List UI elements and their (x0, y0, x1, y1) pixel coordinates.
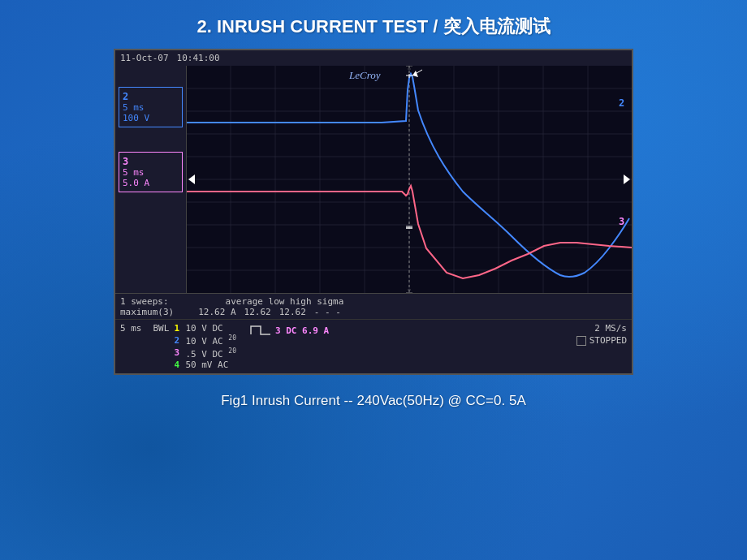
scope-right-info: 2 MS/s STOPPED (576, 323, 627, 346)
page-wrapper: 2. INRUSH CURRENT TEST / 突入电流测试 11-Oct-0… (0, 0, 747, 560)
page-title: 2. INRUSH CURRENT TEST / 突入电流测试 (196, 0, 550, 49)
trigger-box (576, 336, 586, 346)
list-item: 3 .5 V DC 20 (174, 347, 236, 360)
low-value: 12.62 (244, 307, 271, 317)
sample-rate: 2 MS/s (594, 323, 627, 334)
ch2-info: 2 5 ms 100 V (119, 87, 183, 127)
fig-caption: Fig1 Inrush Current -- 240Vac(50Hz) @ CC… (221, 393, 526, 409)
trigger-label: 3 DC 6.9 A (275, 325, 329, 336)
ch3-label: 3 (123, 156, 179, 167)
scope-date: 11-Oct-07 (120, 53, 169, 63)
ch2-label: 2 (123, 91, 179, 102)
ch2-scale: 100 V (123, 113, 179, 123)
ch1-num: 1 (174, 323, 182, 334)
ch1-detail: 10 V DC (185, 323, 222, 334)
avg-value: 12.62 A (198, 307, 235, 317)
ch2-timebase: 5 ms (123, 102, 179, 113)
ch2-detail: 10 V AC 20 (185, 334, 236, 347)
scope-top-bar: 11-Oct-07 10:41:00 (115, 50, 632, 66)
list-item: 4 50 mV AC (174, 360, 236, 370)
oscilloscope: 11-Oct-07 10:41:00 2 5 ms 100 V 3 5 ms 5 (114, 49, 633, 375)
ch3-info: 3 5 ms 5.0 A (119, 152, 183, 192)
svg-text:2: 2 (619, 97, 624, 109)
trigger-symbol: 3 DC 6.9 A (249, 323, 329, 338)
waveform-svg: LeCroy (187, 66, 632, 293)
scope-stats: 1 sweeps: average low high sigma maximum… (115, 293, 632, 319)
sigma-value: - - - (314, 307, 341, 317)
trigger-status: STOPPED (576, 335, 627, 346)
list-item: 1 10 V DC (174, 323, 236, 334)
ch3-scale: 5.0 A (123, 178, 179, 188)
high-value: 12.62 (279, 307, 306, 317)
scope-grid-area: LeCroy (186, 66, 632, 293)
stats-cols: average low high sigma (226, 296, 344, 307)
ch2-num: 2 (174, 335, 182, 346)
timebase-label: 5 ms (120, 323, 142, 334)
stats-row2: maximum(3) 12.62 A 12.62 12.62 - - - (120, 307, 627, 317)
trigger-icon (249, 323, 272, 338)
ch4-num: 4 (174, 360, 182, 370)
scope-time: 10:41:00 (177, 53, 220, 63)
measurement-label: maximum(3) (120, 307, 174, 317)
ch3-timebase: 5 ms (123, 167, 179, 178)
channel-list: 1 10 V DC 2 10 V AC 20 3 .5 V DC 20 4 50… (174, 323, 236, 370)
list-item: 2 10 V AC 20 (174, 334, 236, 347)
scope-left-panel: 2 5 ms 100 V 3 5 ms 5.0 A (115, 66, 186, 293)
stats-row1: 1 sweeps: average low high sigma (120, 296, 627, 307)
scope-main: 2 5 ms 100 V 3 5 ms 5.0 A LeCr (115, 66, 632, 293)
sweeps-label: 1 sweeps: (120, 296, 169, 307)
scope-bottom-bar: 5 ms BWL 1 10 V DC 2 10 V AC 20 3 .5 V D… (115, 319, 632, 373)
bwl-label: BWL (153, 323, 170, 334)
ch3-num: 3 (174, 347, 182, 358)
status-label: STOPPED (589, 335, 627, 346)
ch4-detail: 50 mV AC (185, 360, 228, 370)
svg-text:3: 3 (619, 216, 624, 227)
ch3-detail: .5 V DC 20 (185, 347, 236, 360)
